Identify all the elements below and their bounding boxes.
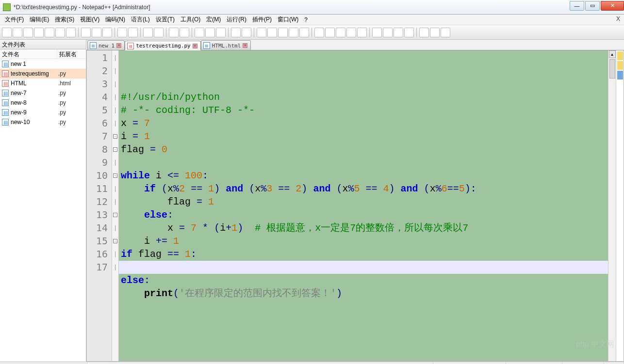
line-number[interactable]: 5: [87, 104, 108, 117]
print-icon[interactable]: [66, 28, 76, 37]
fold-marker[interactable]: │: [112, 261, 118, 274]
editor-tab[interactable]: ▤testrequestimg.py×: [125, 41, 201, 50]
tab-close-icon[interactable]: ×: [193, 44, 197, 48]
menu-view[interactable]: 视图(V): [77, 15, 102, 25]
menu-tools[interactable]: 工具(O): [178, 15, 203, 25]
fold-marker[interactable]: │: [112, 222, 118, 235]
menu-search[interactable]: 搜索(S): [52, 15, 77, 25]
toolbar-extra-1-icon[interactable]: [372, 28, 382, 37]
code-line[interactable]: [121, 300, 608, 313]
line-number-gutter[interactable]: 1234567891011121314151617: [87, 50, 112, 361]
show-all-chars-icon[interactable]: [231, 28, 241, 37]
menu-plugins[interactable]: 插件(P): [249, 15, 275, 25]
fold-marker[interactable]: │: [112, 248, 118, 261]
save-all-icon[interactable]: [34, 28, 44, 37]
line-number[interactable]: 9: [87, 156, 108, 169]
menu-language[interactable]: 语言(L): [128, 15, 153, 25]
tab-close-icon[interactable]: ×: [116, 43, 121, 48]
file-list-item[interactable]: ▤new-10.py: [0, 117, 86, 127]
tab-close-icon[interactable]: ×: [243, 43, 247, 48]
fold-marker[interactable]: │: [112, 104, 118, 117]
zoom-in-icon[interactable]: [169, 28, 179, 37]
line-number[interactable]: 15: [87, 235, 108, 248]
code-line[interactable]: flag = 0: [121, 143, 608, 156]
status-eol[interactable]: Windows (CR LF): [506, 362, 562, 364]
monitoring-icon[interactable]: [299, 28, 309, 37]
toolbar-extra-6-icon[interactable]: [430, 28, 440, 37]
maximize-button[interactable]: ▭: [585, 1, 600, 11]
code-line[interactable]: print('在程序限定的范围内找不到答案！'): [121, 287, 608, 300]
code-line[interactable]: flag = 1: [121, 195, 608, 208]
save-icon[interactable]: [23, 28, 33, 37]
toolbar-extra-4-icon[interactable]: [404, 28, 414, 37]
line-number[interactable]: 13: [87, 208, 108, 222]
fold-marker[interactable]: -: [112, 208, 118, 222]
fold-marker[interactable]: │: [112, 91, 118, 104]
scroll-up-icon[interactable]: ▲: [609, 50, 616, 58]
indent-guide-icon[interactable]: [242, 28, 251, 37]
close-all-icon[interactable]: [55, 28, 65, 37]
fold-marker[interactable]: │: [112, 182, 118, 195]
close-button[interactable]: ✕: [601, 1, 624, 11]
menu-settings[interactable]: 设置(T): [153, 15, 178, 25]
sync-vscroll-icon[interactable]: [195, 28, 204, 37]
file-list-item[interactable]: ▤testrequestimg.py: [0, 69, 86, 79]
col-filename[interactable]: 文件名: [0, 49, 57, 59]
menu-edit[interactable]: 编辑(E): [27, 15, 52, 25]
menu-file[interactable]: 文件(F): [2, 15, 27, 25]
fold-marker[interactable]: -: [112, 130, 118, 143]
code-line[interactable]: else:: [121, 274, 608, 287]
menu-window[interactable]: 窗口(W): [275, 15, 301, 25]
code-line[interactable]: i += 1: [121, 235, 608, 248]
menu-macro[interactable]: 宏(M): [203, 15, 224, 25]
line-number[interactable]: 11: [87, 182, 108, 195]
file-list-item[interactable]: ▤new 1: [0, 59, 86, 69]
code-line[interactable]: if (x%2 == 1) and (x%3 == 2) and (x%5 ==…: [121, 182, 608, 195]
code-area[interactable]: #!/usr/bin/python# -*- coding: UTF-8 -*-…: [119, 50, 608, 361]
line-number[interactable]: 8: [87, 143, 108, 156]
menu-run[interactable]: 运行(R): [224, 15, 249, 25]
status-insert-mode[interactable]: INS: [604, 362, 624, 364]
editor-tab[interactable]: ▤new 1×: [87, 40, 125, 50]
open-file-icon[interactable]: [13, 28, 22, 37]
menu-encoding[interactable]: 编码(N): [102, 15, 128, 25]
doc-map-icon[interactable]: [267, 28, 277, 37]
function-list-icon[interactable]: [278, 28, 288, 37]
status-encoding[interactable]: UTF-8-BOM: [562, 362, 604, 364]
copy-icon[interactable]: [92, 28, 101, 37]
folder-as-workspace-icon[interactable]: [257, 28, 266, 37]
fold-marker[interactable]: │: [112, 195, 118, 208]
close-file-icon[interactable]: [45, 28, 54, 37]
sync-hscroll-icon[interactable]: [205, 28, 215, 37]
fold-marker[interactable]: │: [112, 78, 118, 91]
file-list-item[interactable]: ▤new-9.py: [0, 108, 86, 117]
code-line[interactable]: if flag == 1:: [121, 248, 608, 261]
fold-marker[interactable]: │: [112, 117, 118, 130]
menu-close-x[interactable]: X: [614, 16, 622, 22]
find-icon[interactable]: [143, 28, 153, 37]
play-macro-icon[interactable]: [336, 28, 345, 37]
play-multi-icon[interactable]: [346, 28, 356, 37]
line-number[interactable]: 4: [87, 91, 108, 104]
replace-icon[interactable]: [154, 28, 164, 37]
line-number[interactable]: 3: [87, 78, 108, 91]
file-list-item[interactable]: ▤new-7.py: [0, 88, 86, 98]
line-number[interactable]: 1: [87, 51, 108, 64]
save-macro-icon[interactable]: [357, 28, 367, 37]
line-number[interactable]: 12: [87, 195, 108, 208]
code-line[interactable]: x = 7: [121, 117, 608, 130]
undo-icon[interactable]: [117, 28, 127, 37]
fold-marker[interactable]: -: [112, 169, 118, 182]
file-list-item[interactable]: ▤HTML.html: [0, 79, 86, 88]
fold-marker[interactable]: │: [112, 51, 118, 64]
spellcheck-icon[interactable]: [441, 28, 450, 37]
scroll-thumb[interactable]: [609, 59, 615, 79]
stop-macro-icon[interactable]: [325, 28, 335, 37]
wordwrap-icon[interactable]: [216, 28, 226, 37]
line-number[interactable]: 16: [87, 248, 108, 261]
file-list-item[interactable]: ▤new-8.py: [0, 98, 86, 108]
code-line[interactable]: [121, 156, 608, 169]
doc-switcher-icon[interactable]: [289, 28, 298, 37]
record-macro-icon[interactable]: [314, 28, 324, 37]
cut-icon[interactable]: [81, 28, 91, 37]
